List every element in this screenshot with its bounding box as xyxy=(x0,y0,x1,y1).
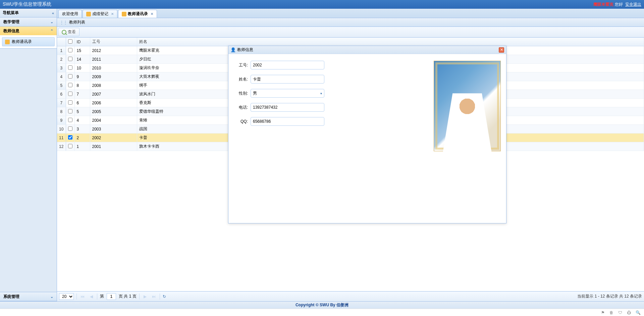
accordion-teacher-info[interactable]: 教师信息 ⌃ xyxy=(0,27,57,35)
pager-page-input[interactable] xyxy=(107,293,116,300)
row-checkbox-cell[interactable] xyxy=(66,55,74,64)
col-id[interactable]: ID xyxy=(74,38,90,46)
pager-prev-icon[interactable]: ◀ xyxy=(88,294,94,299)
input-number[interactable] xyxy=(251,61,324,69)
cell-number: 2012 xyxy=(90,46,137,55)
tab-teacher-addressbook[interactable]: 教师通讯录 ✕ xyxy=(118,10,157,18)
row-checkbox[interactable] xyxy=(68,92,72,96)
dialog-close-button[interactable]: ✕ xyxy=(499,47,504,53)
row-checkbox[interactable] xyxy=(68,83,72,87)
input-name[interactable] xyxy=(251,75,324,84)
person-icon: 👤 xyxy=(230,47,236,52)
row-checkbox-cell[interactable] xyxy=(66,72,74,81)
footer-text: Copyright © SWU By 伯姜洲 xyxy=(296,302,348,308)
accordion-teaching-label: 教学管理 xyxy=(3,19,19,25)
accordion-system[interactable]: 系统管理 ⌄ xyxy=(0,292,57,301)
row-checkbox-cell[interactable] xyxy=(66,107,74,116)
collapse-left-icon[interactable]: « xyxy=(52,11,54,15)
tab-grades[interactable]: 成绩登记 ✕ xyxy=(83,10,117,18)
tab-grades-close-icon[interactable]: ✕ xyxy=(111,12,114,16)
pager-total-pages: 页 共 1 页 xyxy=(119,294,137,299)
row-checkbox[interactable] xyxy=(68,118,72,122)
input-qq[interactable] xyxy=(251,117,324,126)
accordion-teaching[interactable]: 教学管理 ⌄ xyxy=(0,17,57,26)
tab-welcome-label: 欢迎使用 xyxy=(62,11,78,17)
pager-last-icon[interactable]: ⏭ xyxy=(151,294,157,299)
cell-id: 10 xyxy=(74,64,90,72)
cell-id: 14 xyxy=(74,55,90,64)
chevron-up-icon: ⌃ xyxy=(50,29,53,33)
pager-first-icon[interactable]: ⏮ xyxy=(79,294,86,299)
label-number: 工号: xyxy=(234,62,251,68)
cell-number: 2002 xyxy=(90,134,137,142)
tab-teacher-addressbook-label: 教师通讯录 xyxy=(128,11,148,17)
cell-number: 2004 xyxy=(90,116,137,125)
col-number[interactable]: 工号 xyxy=(90,38,137,46)
row-checkbox-cell[interactable] xyxy=(66,99,74,107)
row-checkbox[interactable] xyxy=(68,100,72,105)
row-checkbox[interactable] xyxy=(68,57,72,61)
row-checkbox[interactable] xyxy=(68,126,72,131)
cell-number: 2006 xyxy=(90,99,137,107)
col-checkbox-header[interactable] xyxy=(66,38,74,46)
dialog-header[interactable]: 👤 教师信息 ✕ xyxy=(228,46,506,54)
row-checkbox[interactable] xyxy=(68,74,72,78)
nav-teacher-addressbook-label: 教师通讯录 xyxy=(12,39,32,45)
footer: Copyright © SWU By 伯姜洲 xyxy=(0,301,644,309)
app-title: SWU学生信息管理系统 xyxy=(3,1,51,7)
header-right: 鹰眼米霍克 您好 安全退出 xyxy=(593,2,641,7)
row-checkbox-cell[interactable] xyxy=(66,81,74,90)
tab-welcome[interactable]: 欢迎使用 xyxy=(58,10,82,18)
status-trash-icon[interactable]: 🗑 xyxy=(609,310,613,315)
main-area: 欢迎使用 成绩登记 ✕ 教师通讯录 ✕ ⋮⋮ 教师列表 查看 xyxy=(57,9,644,301)
chevron-down-icon: ▾ xyxy=(320,92,322,95)
row-checkbox-cell[interactable] xyxy=(66,142,74,151)
row-checkbox-cell[interactable] xyxy=(66,116,74,125)
accordion-system-label: 系统管理 xyxy=(3,294,19,300)
logout-link[interactable]: 安全退出 xyxy=(625,2,641,7)
cell-id: 1 xyxy=(74,142,90,151)
card-icon xyxy=(5,40,10,44)
row-checkbox[interactable] xyxy=(68,48,72,52)
pager-refresh-icon[interactable]: ↻ xyxy=(163,294,166,299)
nav-teacher-addressbook[interactable]: 教师通讯录 xyxy=(2,37,55,46)
cell-number: 2010 xyxy=(90,64,137,72)
row-checkbox-cell[interactable] xyxy=(66,64,74,72)
tabbar: 欢迎使用 成绩登记 ✕ 教师通讯录 ✕ xyxy=(57,9,644,18)
row-number: 12 xyxy=(57,142,66,151)
row-checkbox-cell[interactable] xyxy=(66,125,74,134)
row-number: 2 xyxy=(57,55,66,64)
status-zoom-icon[interactable]: 🔍 xyxy=(636,310,641,315)
select-gender[interactable]: 男 ▾ xyxy=(251,89,324,98)
pager-next-icon[interactable]: ▶ xyxy=(142,294,148,299)
label-phone: 电话: xyxy=(234,105,251,110)
col-name[interactable]: 姓名 xyxy=(137,38,644,46)
row-number: 1 xyxy=(57,46,66,55)
label-qq: QQ: xyxy=(234,119,251,124)
app-header: SWU学生信息管理系统 鹰眼米霍克 您好 安全退出 xyxy=(0,0,644,9)
cell-id: 2 xyxy=(74,134,90,142)
input-phone[interactable] xyxy=(251,103,324,112)
magnifier-icon xyxy=(62,30,66,35)
row-checkbox[interactable] xyxy=(68,109,72,113)
tab-teacher-addressbook-close-icon[interactable]: ✕ xyxy=(151,12,153,16)
status-flag-icon[interactable]: ⚑ xyxy=(601,310,605,315)
page-size-select[interactable]: 20 xyxy=(59,293,74,300)
view-button[interactable]: 查看 xyxy=(58,28,79,36)
cell-id: 6 xyxy=(74,99,90,107)
status-shield-icon[interactable]: 🛡 xyxy=(618,310,622,315)
cell-id: 8 xyxy=(74,81,90,90)
cell-id: 3 xyxy=(74,125,90,134)
select-gender-value: 男 xyxy=(253,91,257,96)
row-checkbox[interactable] xyxy=(68,65,72,70)
status-power-icon[interactable]: ⏻ xyxy=(627,310,631,315)
row-checkbox-cell[interactable] xyxy=(66,46,74,55)
row-checkbox-cell[interactable] xyxy=(66,90,74,99)
row-checkbox-cell[interactable] xyxy=(66,134,74,142)
cell-number: 2005 xyxy=(90,107,137,116)
row-checkbox[interactable] xyxy=(68,135,72,140)
row-checkbox[interactable] xyxy=(68,144,72,148)
row-number: 5 xyxy=(57,81,66,90)
cell-number: 2003 xyxy=(90,125,137,134)
label-name: 姓名: xyxy=(234,76,251,82)
